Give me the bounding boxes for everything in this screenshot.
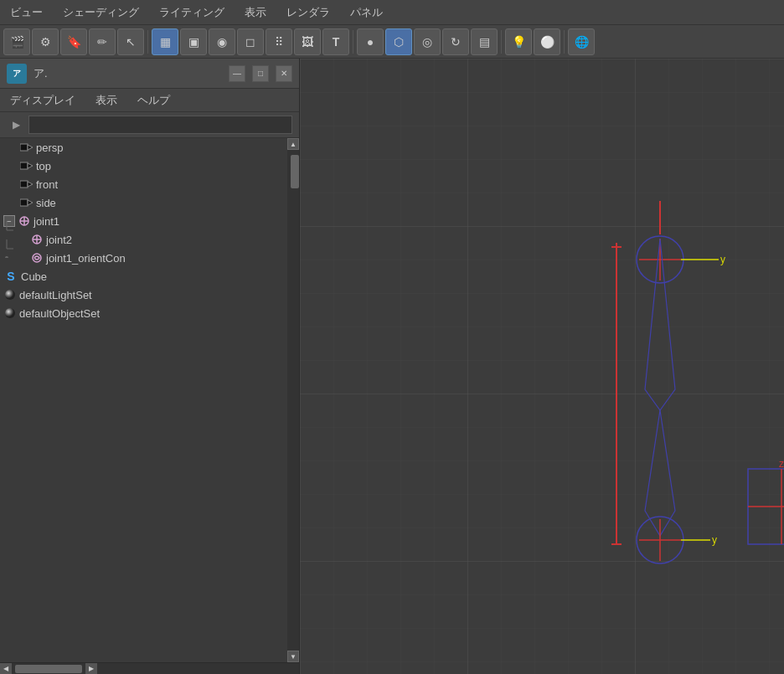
toolbar: 🎬 ⚙ 🔖 ✏ ↖ ▦ ▣ ◉ ◻ ⠿ 🖼 T ● ⬡ ◎ ↻ ▤ 💡 ⚪ 🌐 xyxy=(0,25,784,59)
svg-point-21 xyxy=(5,308,15,318)
toolbar-sep-1 xyxy=(147,30,148,54)
dots-tool-btn[interactable]: ⠿ xyxy=(266,28,292,55)
svg-text:y: y xyxy=(720,254,725,265)
square-tool-btn[interactable]: ◻ xyxy=(237,28,264,55)
viewport-grid-svg: y y y xyxy=(300,59,784,674)
scroll-up-btn[interactable]: ▲ xyxy=(287,138,299,150)
svg-marker-7 xyxy=(28,200,33,205)
menu-shading[interactable]: シェーディング xyxy=(59,3,142,22)
menu-lighting[interactable]: ライティング xyxy=(156,3,228,22)
svg-rect-4 xyxy=(20,181,28,188)
outliner-titlebar: ア ア. — □ ✕ xyxy=(0,59,299,89)
tree-item-top[interactable]: top xyxy=(0,157,287,175)
search-input[interactable] xyxy=(28,116,292,134)
set-icon-lightset xyxy=(3,288,17,301)
tree-label-joint1: joint1 xyxy=(34,215,59,228)
tree-label-front: front xyxy=(36,178,58,191)
tree-item-front[interactable]: front xyxy=(0,175,287,193)
paint-tool-btn[interactable]: ✏ xyxy=(89,28,116,55)
light-tool-btn[interactable]: 💡 xyxy=(505,28,532,55)
nurbs-icon: S xyxy=(3,270,18,283)
svg-rect-0 xyxy=(20,144,28,151)
svg-rect-6 xyxy=(20,199,28,206)
wireframe-tool-btn[interactable]: ▣ xyxy=(180,28,207,55)
tree-item-joint2[interactable]: joint2 xyxy=(0,230,287,249)
vertical-scrollbar: ▲ ▼ xyxy=(287,138,299,662)
camera-icon-persp xyxy=(20,141,34,154)
close-btn[interactable]: ✕ xyxy=(276,65,292,82)
outliner-panel: ア ア. — □ ✕ ディスプレイ 表示 ヘルプ ▶ xyxy=(0,59,300,674)
circle-tool-btn[interactable]: ◉ xyxy=(209,28,235,55)
tree-item-defaultlightset[interactable]: defaultLightSet xyxy=(0,286,287,304)
scroll-thumb[interactable] xyxy=(291,155,299,188)
camera-tool-btn[interactable]: 🎬 xyxy=(3,28,30,55)
tree-item-side[interactable]: side xyxy=(0,193,287,212)
scroll-track xyxy=(287,150,299,651)
menu-panel[interactable]: パネル xyxy=(347,3,386,22)
grid-tool-btn[interactable]: ▦ xyxy=(152,28,178,55)
outliner-tree: persp top xyxy=(0,138,299,662)
texture-tool-btn[interactable]: ▤ xyxy=(471,28,498,55)
rotate-tool-btn[interactable]: ↻ xyxy=(442,28,469,55)
tree-label-joint2: joint2 xyxy=(46,234,72,246)
tree-label-top: top xyxy=(36,160,51,172)
outliner-menu-show[interactable]: 表示 xyxy=(92,91,121,110)
scroll-right-btn[interactable]: ▶ xyxy=(85,663,97,675)
svg-marker-1 xyxy=(28,145,33,150)
text-tool-btn[interactable]: T xyxy=(322,28,349,55)
bookmark-tool-btn[interactable]: 🔖 xyxy=(60,28,87,55)
joint-icon-joint1 xyxy=(18,214,31,228)
toolbar-sep-3 xyxy=(501,30,502,54)
svg-marker-5 xyxy=(28,182,33,187)
svg-point-20 xyxy=(5,290,15,300)
tree-item-cube[interactable]: S Cube xyxy=(0,267,287,286)
env-tool-btn[interactable]: 🌐 xyxy=(568,28,595,55)
svg-marker-3 xyxy=(28,163,33,168)
svg-rect-2 xyxy=(20,162,28,169)
svg-rect-23 xyxy=(300,59,784,674)
hscroll-thumb[interactable] xyxy=(15,665,82,673)
tree-item-defaultobjectset[interactable]: defaultObjectSet xyxy=(0,304,287,322)
toolbar-sep-4 xyxy=(564,30,565,54)
settings-tool-btn[interactable]: ⚙ xyxy=(32,28,59,55)
tree-label-defaultobjectset: defaultObjectSet xyxy=(19,307,100,320)
scroll-left-btn[interactable]: ◀ xyxy=(0,663,12,675)
svg-point-18 xyxy=(5,256,8,258)
ball-tool-btn[interactable]: ⚪ xyxy=(534,28,560,55)
sphere-tool-btn[interactable]: ● xyxy=(357,28,384,55)
tree-label-persp: persp xyxy=(36,141,64,154)
svg-text:y: y xyxy=(712,534,717,546)
tree-item-joint1[interactable]: − joint1 xyxy=(0,212,287,230)
scroll-down-btn[interactable]: ▼ xyxy=(287,651,299,662)
outliner-title: ア. xyxy=(34,66,222,81)
menu-display[interactable]: 表示 xyxy=(241,3,270,22)
maya-icon: ア xyxy=(7,64,27,84)
cube-tool-btn[interactable]: ⬡ xyxy=(385,28,412,55)
set-icon-objectset xyxy=(3,306,17,320)
camera-icon-top xyxy=(20,159,34,172)
tree-label-joint1-orientcon: joint1_orientCon xyxy=(46,252,126,265)
outliner-tree-container: persp top xyxy=(0,138,299,662)
outliner-search-bar: ▶ xyxy=(0,112,299,138)
menu-renderer[interactable]: レンダラ xyxy=(283,3,333,22)
maximize-btn[interactable]: □ xyxy=(252,65,269,82)
image-tool-btn[interactable]: 🖼 xyxy=(294,28,321,55)
tree-label-side: side xyxy=(36,197,56,209)
joint-icon-joint2 xyxy=(30,233,44,246)
camera-icon-side xyxy=(20,196,34,209)
viewport[interactable]: y y y xyxy=(300,59,784,674)
select-tool-btn[interactable]: ↖ xyxy=(117,28,144,55)
tree-item-persp[interactable]: persp xyxy=(0,138,287,157)
tree-item-joint1-orientcon[interactable]: joint1_orientCon xyxy=(0,249,287,267)
ring-tool-btn[interactable]: ◎ xyxy=(414,28,441,55)
minimize-btn[interactable]: — xyxy=(229,65,245,82)
outliner-menu-help[interactable]: ヘルプ xyxy=(134,91,173,110)
tree-label-cube: Cube xyxy=(21,270,47,283)
tree-label-defaultlightset: defaultLightSet xyxy=(19,289,92,301)
svg-text:z: z xyxy=(779,458,784,470)
outliner-menu-display[interactable]: ディスプレイ xyxy=(7,91,79,110)
menu-view[interactable]: ビュー xyxy=(7,3,46,22)
toolbar-sep-2 xyxy=(353,30,353,54)
search-expand-icon[interactable]: ▶ xyxy=(7,116,25,134)
horizontal-scrollbar: ◀ ▶ xyxy=(0,662,299,674)
